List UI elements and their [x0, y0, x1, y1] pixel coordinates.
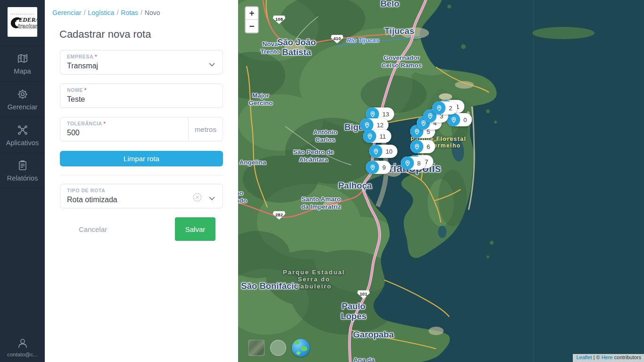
map-marker-11[interactable]: 11 — [363, 130, 391, 143]
circle-layer-icon[interactable] — [270, 340, 286, 356]
limpar-rota-button[interactable]: Limpar rota — [60, 151, 223, 166]
attribution-text: contributors — [612, 354, 641, 360]
empresa-label: EMPRESA* — [67, 54, 97, 59]
map-icon — [17, 52, 29, 65]
map-marker-6[interactable]: 6 — [410, 140, 435, 153]
nome-field: NOME* — [60, 83, 223, 108]
sidebar-item-label: Relatórios — [7, 174, 38, 182]
form-divider — [60, 175, 223, 175]
sidebar-item-label: Mapa — [14, 67, 31, 75]
zoom-out-button[interactable]: − — [246, 20, 258, 33]
sidebar-user[interactable]: contato@c... — [0, 337, 45, 357]
network-icon — [17, 124, 29, 136]
map-canvas[interactable]: BeloTijucasRio TijucasNova TrentoSão Joã… — [238, 0, 644, 362]
breadcrumb: Gerenciar/Logística/Rotas/Novo — [52, 9, 160, 16]
map-marker-2[interactable]: 2 — [432, 101, 457, 115]
user-email-label: contato@c... — [7, 352, 38, 357]
nome-label: NOME* — [67, 87, 87, 93]
marker-number: 12 — [377, 122, 383, 129]
globe-layer-icon[interactable] — [292, 339, 310, 357]
cancelar-link[interactable]: Cancelar — [76, 225, 110, 233]
location-pin-icon — [363, 130, 376, 143]
tipo-rota-select[interactable]: TIPO DE ROTA Rota otimizada — [60, 184, 223, 208]
clipboard-icon — [17, 159, 29, 172]
map-attribution: Leaflet | © Here contributors — [573, 354, 644, 362]
tipo-rota-value: Rota otimizada — [67, 196, 185, 204]
attribution-link[interactable]: Leaflet — [576, 354, 592, 360]
zoom-in-button[interactable]: + — [246, 7, 258, 20]
page-title: Cadastrar nova rota — [59, 28, 151, 41]
breadcrumb-separator: / — [116, 9, 118, 16]
form-panel: Gerenciar/Logística/Rotas/Novo Cadastrar… — [45, 0, 238, 362]
location-pin-icon — [369, 145, 382, 158]
marker-number: 2 — [449, 105, 452, 112]
tolerancia-unit: metros — [188, 117, 223, 141]
marker-number: 9 — [382, 164, 386, 171]
app-root: FEDERAL tracker MapaGerenciarAplicativos… — [0, 0, 644, 362]
empresa-select[interactable]: EMPRESA* Transmaj — [60, 50, 223, 74]
salvar-button[interactable]: Salvar — [175, 217, 215, 241]
tipo-rota-label: TIPO DE ROTA — [67, 188, 105, 193]
sidebar: FEDERAL tracker MapaGerenciarAplicativos… — [0, 0, 45, 362]
sidebar-nav: MapaGerenciarAplicativosRelatórios — [0, 45, 45, 189]
location-pin-icon — [401, 156, 414, 170]
map-marker-8[interactable]: 8 — [401, 156, 426, 170]
marker-number: 0 — [463, 116, 467, 123]
chevron-down-icon — [209, 194, 215, 203]
svg-text:tracker: tracker — [18, 23, 37, 30]
map-marker-10[interactable]: 10 — [369, 145, 397, 158]
chevron-down-icon — [209, 60, 215, 69]
map-terrain — [238, 0, 644, 362]
breadcrumb-current: Novo — [145, 9, 160, 16]
location-pin-icon — [410, 140, 423, 153]
breadcrumb-separator: / — [83, 9, 85, 16]
breadcrumb-link[interactable]: Logística — [88, 9, 114, 16]
location-pin-icon — [366, 161, 379, 174]
map-marker-0[interactable]: 0 — [447, 113, 472, 126]
attribution-text: | © — [592, 354, 601, 360]
clear-selection-icon[interactable] — [193, 193, 202, 204]
tolerancia-field: TOLERÂNCIA* metros — [60, 117, 223, 141]
location-pin-icon — [432, 101, 446, 115]
marker-number: 8 — [417, 160, 421, 167]
layer-control — [248, 339, 310, 357]
app-logo[interactable]: FEDERAL tracker — [8, 7, 37, 37]
sidebar-item-relatorios[interactable]: Relatórios — [0, 153, 45, 189]
sidebar-item-aplicativos[interactable]: Aplicativos — [0, 117, 45, 153]
logo-graphic: FEDERAL tracker — [8, 7, 37, 37]
tolerancia-input[interactable] — [67, 129, 185, 137]
location-pin-icon — [447, 113, 460, 126]
map-marker-9[interactable]: 9 — [366, 161, 391, 174]
satellite-layer-icon[interactable] — [248, 340, 264, 356]
svg-text:FEDERAL: FEDERAL — [14, 16, 37, 23]
zoom-control: + − — [245, 6, 259, 33]
marker-number: 6 — [427, 143, 430, 150]
tolerancia-label: TOLERÂNCIA* — [67, 121, 106, 126]
empresa-value: Transmaj — [67, 62, 185, 70]
nome-input[interactable] — [67, 95, 185, 104]
marker-number: 11 — [380, 133, 386, 140]
attribution-link[interactable]: Here — [602, 354, 613, 360]
sidebar-item-gerenciar[interactable]: Gerenciar — [0, 81, 45, 117]
gear-icon — [17, 88, 29, 100]
breadcrumb-link[interactable]: Rotas — [121, 9, 138, 16]
breadcrumb-separator: / — [140, 9, 142, 16]
marker-number: 13 — [382, 111, 389, 118]
breadcrumb-link[interactable]: Gerenciar — [52, 9, 81, 16]
marker-number: 10 — [386, 148, 392, 155]
sidebar-item-label: Aplicativos — [6, 139, 39, 147]
sidebar-item-mapa[interactable]: Mapa — [0, 45, 45, 81]
user-icon — [17, 337, 29, 349]
sidebar-item-label: Gerenciar — [8, 103, 38, 111]
